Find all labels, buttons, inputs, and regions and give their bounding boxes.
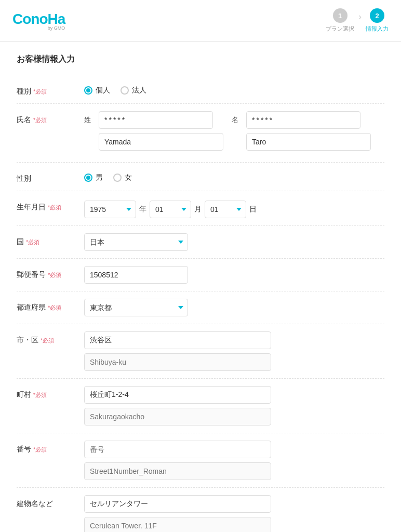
prefecture-select[interactable]: 東京都 xyxy=(84,299,188,316)
city-kanji-input[interactable] xyxy=(84,331,271,349)
gender-female[interactable]: 女 xyxy=(113,173,132,182)
dob-month-select[interactable]: 01 xyxy=(150,201,191,218)
gender-male-radio[interactable] xyxy=(84,174,92,182)
type-radio-group: 個人 法人 xyxy=(84,83,384,95)
building-label: 建物名など xyxy=(17,495,84,509)
number-roman-input[interactable] xyxy=(84,462,271,480)
type-label: 種別*必須 xyxy=(17,83,84,96)
town-roman-input[interactable] xyxy=(84,408,271,425)
city-content xyxy=(84,331,384,371)
type-individual[interactable]: 個人 xyxy=(84,86,110,95)
number-kanji-input[interactable] xyxy=(84,441,271,458)
gender-radio-group: 男 女 xyxy=(84,170,384,182)
country-content: 日本 xyxy=(84,233,384,251)
first-name-kanji-input[interactable] xyxy=(246,111,360,129)
step-2-circle: 2 xyxy=(370,8,384,23)
main-content: お客様情報入力 種別*必須 個人 法人 氏名*必須 xyxy=(0,42,401,532)
last-name-kanji-input[interactable] xyxy=(99,111,213,129)
gender-content: 男 女 xyxy=(84,170,384,182)
building-kanji-input[interactable] xyxy=(84,495,271,513)
type-content: 個人 法人 xyxy=(84,83,384,95)
country-select[interactable]: 日本 xyxy=(84,233,188,251)
prefecture-label: 都道府県*必須 xyxy=(17,299,84,312)
dob-year-select[interactable]: 1975 xyxy=(84,201,136,218)
first-name-label: 名 xyxy=(232,115,242,125)
step-1: 1 プラン選択 xyxy=(326,8,354,33)
last-name-group: 姓 xyxy=(84,111,223,151)
dob-content: 1975 年 01 月 01 日 xyxy=(84,198,384,218)
gender-male[interactable]: 男 xyxy=(84,173,103,182)
city-row: 市・区*必須 xyxy=(17,324,384,379)
last-name-roman-input[interactable] xyxy=(99,133,223,151)
town-label: 町村*必須 xyxy=(17,386,84,400)
postal-label: 郵便番号*必須 xyxy=(17,266,84,280)
type-row: 種別*必須 個人 法人 xyxy=(17,75,384,104)
type-corporate[interactable]: 法人 xyxy=(121,86,146,95)
type-individual-radio[interactable] xyxy=(84,86,92,95)
logo-text: ConoHa xyxy=(12,11,65,28)
dob-label: 生年月日*必須 xyxy=(17,198,84,212)
number-content xyxy=(84,441,384,480)
postal-input[interactable] xyxy=(84,266,188,284)
gender-row: 性別 男 女 xyxy=(17,163,384,191)
page-title: お客様情報入力 xyxy=(17,54,384,65)
name-row: 氏名*必須 姓 名 xyxy=(17,104,384,163)
number-label: 番号*必須 xyxy=(17,441,84,454)
name-content: 姓 名 xyxy=(84,111,384,155)
prefecture-content: 東京都 xyxy=(84,299,384,316)
gender-female-radio[interactable] xyxy=(113,174,122,182)
dob-day-select[interactable]: 01 xyxy=(205,201,246,218)
dob-date-row: 1975 年 01 月 01 日 xyxy=(84,198,384,218)
building-content xyxy=(84,495,384,532)
dob-row: 生年月日*必須 1975 年 01 月 01 日 xyxy=(17,191,384,226)
step-1-label: プラン選択 xyxy=(326,25,354,33)
town-kanji-input[interactable] xyxy=(84,386,271,404)
building-row: 建物名など xyxy=(17,488,384,532)
first-name-group: 名 xyxy=(232,111,371,151)
first-name-roman-input[interactable] xyxy=(246,133,371,151)
town-row: 町村*必須 xyxy=(17,379,384,433)
postal-row: 郵便番号*必須 xyxy=(17,259,384,291)
gender-label: 性別 xyxy=(17,170,84,183)
name-label: 氏名*必須 xyxy=(17,111,84,125)
city-label: 市・区*必須 xyxy=(17,331,84,345)
step-1-circle: 1 xyxy=(333,8,347,23)
type-corporate-radio[interactable] xyxy=(121,86,129,95)
step-2-label: 情報入力 xyxy=(366,25,389,33)
last-name-label: 姓 xyxy=(84,115,95,125)
header: ConoHa by GMO 1 プラン選択 › 2 情報入力 xyxy=(0,0,401,42)
country-row: 国*必須 日本 xyxy=(17,226,384,259)
city-roman-input[interactable] xyxy=(84,353,271,371)
logo: ConoHa by GMO xyxy=(12,11,65,31)
steps: 1 プラン選択 › 2 情報入力 xyxy=(326,8,389,33)
step-2: 2 情報入力 xyxy=(366,8,389,33)
country-label: 国*必須 xyxy=(17,233,84,247)
number-row: 番号*必須 xyxy=(17,433,384,488)
postal-content xyxy=(84,266,384,284)
building-roman-input[interactable] xyxy=(84,517,271,532)
step-arrow: › xyxy=(358,11,362,22)
prefecture-row: 都道府県*必須 東京都 xyxy=(17,291,384,324)
town-content xyxy=(84,386,384,425)
